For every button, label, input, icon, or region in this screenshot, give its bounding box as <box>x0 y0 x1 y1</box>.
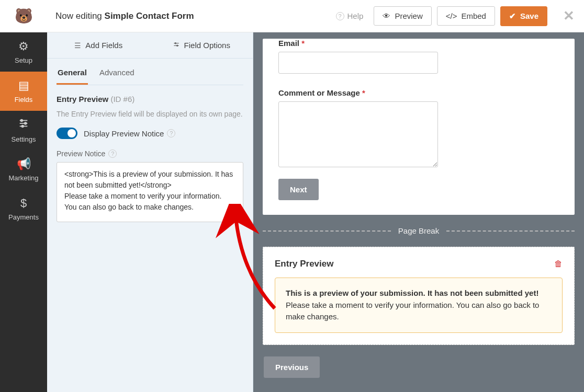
trash-icon[interactable]: 🗑 <box>554 259 563 269</box>
sidebar-item-fields[interactable]: ▤ Fields <box>0 72 47 111</box>
subtab-general[interactable]: General <box>57 63 88 85</box>
svg-point-9 <box>176 45 177 46</box>
help-icon[interactable]: ? <box>108 149 117 158</box>
top-header: 🐻 Now editing Simple Contact Form ? Help… <box>0 0 584 32</box>
left-tabs: ☰ Add Fields Field Options <box>47 32 253 59</box>
help-icon: ? <box>336 12 344 20</box>
save-button[interactable]: ✔ Save <box>500 6 547 26</box>
sidebar-item-marketing[interactable]: 📢 Marketing <box>0 150 47 189</box>
horn-icon: 📢 <box>17 157 31 171</box>
header-actions: ? Help 👁 Preview </> Embed ✔ Save ✕ <box>336 6 575 26</box>
preview-notice-box: This is a preview of your submission. It… <box>275 278 563 333</box>
form-canvas: Email * Comment or Message * Next Page B… <box>253 32 584 392</box>
sidebar-item-settings[interactable]: Settings <box>0 111 47 150</box>
email-label: Email * <box>278 39 559 48</box>
toggle-label: Display Preview Notice ? <box>84 129 175 138</box>
left-panel: ☰ Add Fields Field Options General Advan… <box>47 32 253 392</box>
toggle-row: Display Preview Notice ? <box>57 128 243 139</box>
tab-add-fields[interactable]: ☰ Add Fields <box>47 32 150 58</box>
tab-field-options[interactable]: Field Options <box>150 32 253 58</box>
sliders-icon <box>18 118 29 132</box>
svg-point-3 <box>21 120 23 122</box>
comment-row: Comment or Message * <box>278 88 559 169</box>
close-icon[interactable]: ✕ <box>563 8 575 24</box>
embed-button[interactable]: </> Embed <box>437 6 495 26</box>
help-link[interactable]: ? Help <box>336 11 364 20</box>
check-icon: ✔ <box>509 11 516 21</box>
previous-button[interactable]: Previous <box>264 356 320 378</box>
editing-label: Now editing <box>55 11 102 21</box>
email-input[interactable] <box>278 52 438 74</box>
help-text: The Entry Preview field will be displaye… <box>57 110 243 118</box>
subtab-advanced[interactable]: Advanced <box>98 63 136 85</box>
form-name: Simple Contact Form <box>105 11 194 21</box>
gear-icon: ⚙ <box>18 40 29 53</box>
display-preview-toggle[interactable] <box>57 128 77 139</box>
entry-preview-title: Entry Preview <box>275 259 333 269</box>
svg-point-8 <box>175 43 176 44</box>
notice-bold: This is a preview of your submission. It… <box>286 289 538 297</box>
next-button[interactable]: Next <box>278 179 319 200</box>
field-title: Entry Preview (ID #6) <box>57 95 243 103</box>
entry-preview-block[interactable]: Entry Preview 🗑 This is a preview of you… <box>263 247 575 345</box>
preview-button[interactable]: 👁 Preview <box>374 6 431 26</box>
preview-notice-textarea[interactable] <box>57 162 243 222</box>
preview-notice-label: Preview Notice ? <box>57 149 243 158</box>
panel-body: Entry Preview (ID #6) The Entry Preview … <box>47 85 253 234</box>
page-title: Now editing Simple Contact Form <box>47 11 336 21</box>
field-id: (ID #6) <box>110 95 134 103</box>
sub-tabs: General Advanced <box>57 63 243 85</box>
required-mark: * <box>301 39 305 48</box>
code-icon: </> <box>446 11 457 20</box>
sidebar: ⚙ Setup ▤ Fields Settings 📢 Marketing $ … <box>0 32 47 392</box>
form-page-1: Email * Comment or Message * Next <box>263 39 575 215</box>
page-break-divider: Page Break <box>263 226 575 235</box>
email-row: Email * <box>278 39 559 74</box>
options-icon <box>173 41 180 50</box>
comment-label: Comment or Message * <box>278 88 559 97</box>
dollar-icon: $ <box>20 197 27 210</box>
entry-preview-header: Entry Preview 🗑 <box>275 259 563 269</box>
svg-point-5 <box>21 125 24 128</box>
comment-input[interactable] <box>278 101 438 167</box>
required-mark: * <box>362 88 365 97</box>
sidebar-item-setup[interactable]: ⚙ Setup <box>0 32 47 72</box>
logo: 🐻 <box>0 0 47 32</box>
fields-icon: ▤ <box>18 79 29 93</box>
notice-text: Please take a moment to verify your info… <box>286 301 539 321</box>
sidebar-item-payments[interactable]: $ Payments <box>0 189 47 228</box>
list-icon: ☰ <box>74 41 81 50</box>
logo-icon: 🐻 <box>11 4 36 29</box>
help-icon[interactable]: ? <box>167 129 175 137</box>
eye-icon: 👁 <box>383 11 390 20</box>
svg-point-4 <box>25 122 27 124</box>
